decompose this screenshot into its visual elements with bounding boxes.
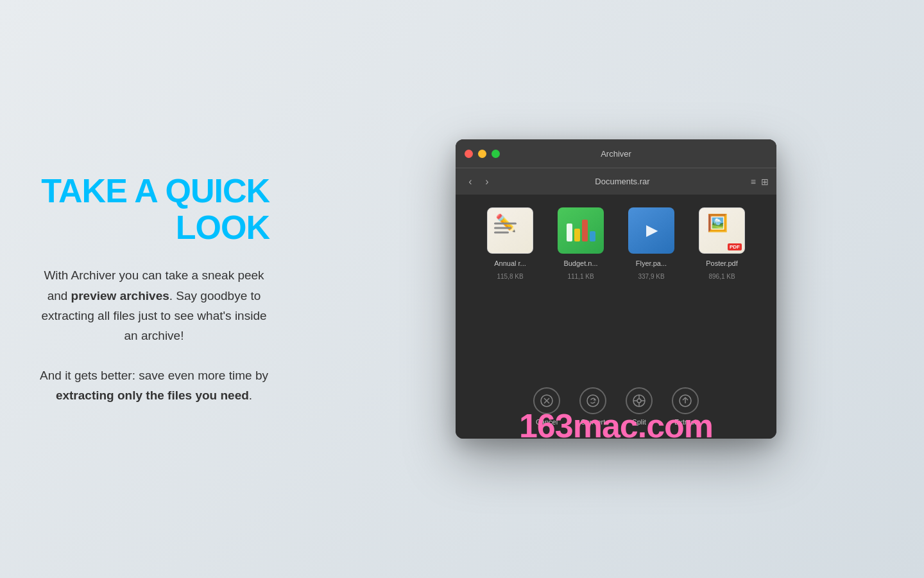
window-toolbar: ‹ › Documents.rar ≡ ⊞ xyxy=(456,168,776,195)
list-item[interactable]: Budget.n... 111,1 KB xyxy=(552,207,610,280)
description2: And it gets better: save even more time … xyxy=(38,365,270,406)
list-item[interactable]: ✏️ Annual r... 115,8 KB xyxy=(481,207,539,280)
pdf-badge: PDF xyxy=(728,243,742,250)
left-panel: TAKE A QUICK LOOK With Archiver you can … xyxy=(0,134,308,444)
file-name: Poster.pdf xyxy=(706,259,738,268)
file-icon-numbers xyxy=(558,207,604,254)
svg-point-5 xyxy=(637,399,641,403)
file-name: Budget.n... xyxy=(563,259,597,268)
close-button[interactable] xyxy=(465,150,473,158)
file-size: 115,8 KB xyxy=(497,273,523,280)
watermark: 163mac.com xyxy=(519,407,713,445)
description1: With Archiver you can take a sneak peek … xyxy=(38,265,270,346)
file-name: Annual r... xyxy=(494,259,526,268)
nav-buttons: ‹ › xyxy=(463,175,494,189)
headline: TAKE A QUICK LOOK xyxy=(38,173,270,246)
forward-button[interactable]: › xyxy=(480,175,494,189)
list-item[interactable]: 🖼️ PDF Poster.pdf 896,1 KB xyxy=(693,207,751,280)
file-size: 111,1 KB xyxy=(567,273,594,280)
headline-line2: LOOK xyxy=(38,209,270,246)
svg-point-3 xyxy=(587,395,599,407)
grid-view-icon[interactable]: ⊞ xyxy=(761,177,769,187)
window-title: Archiver xyxy=(601,149,631,159)
back-button[interactable]: ‹ xyxy=(463,175,477,189)
toolbar-path: Documents.rar xyxy=(494,177,751,186)
file-icon-keynote: ▶︎ xyxy=(628,207,674,254)
file-name: Flyer.pa... xyxy=(636,259,667,268)
window-content: ✏️ Annual r... 115,8 KB xyxy=(456,195,776,374)
traffic-lights xyxy=(465,150,500,158)
mac-window: Archiver ‹ › Documents.rar ≡ ⊞ ✏️ xyxy=(456,139,776,439)
right-panel: Archiver ‹ › Documents.rar ≡ ⊞ ✏️ xyxy=(308,114,924,464)
view-controls: ≡ ⊞ xyxy=(751,177,769,187)
file-icon-pdf: 🖼️ PDF xyxy=(699,207,745,254)
file-icon-doc: ✏️ xyxy=(487,207,533,254)
files-grid: ✏️ Annual r... 115,8 KB xyxy=(468,207,764,280)
list-item[interactable]: ▶︎ Flyer.pa... 337,9 KB xyxy=(622,207,680,280)
file-size: 896,1 KB xyxy=(708,273,735,280)
file-size: 337,9 KB xyxy=(638,273,664,280)
headline-line1: TAKE A QUICK xyxy=(38,173,270,209)
minimize-button[interactable] xyxy=(478,150,486,158)
window-titlebar: Archiver xyxy=(456,139,776,168)
list-view-icon[interactable]: ≡ xyxy=(751,177,756,187)
maximize-button[interactable] xyxy=(492,150,500,158)
